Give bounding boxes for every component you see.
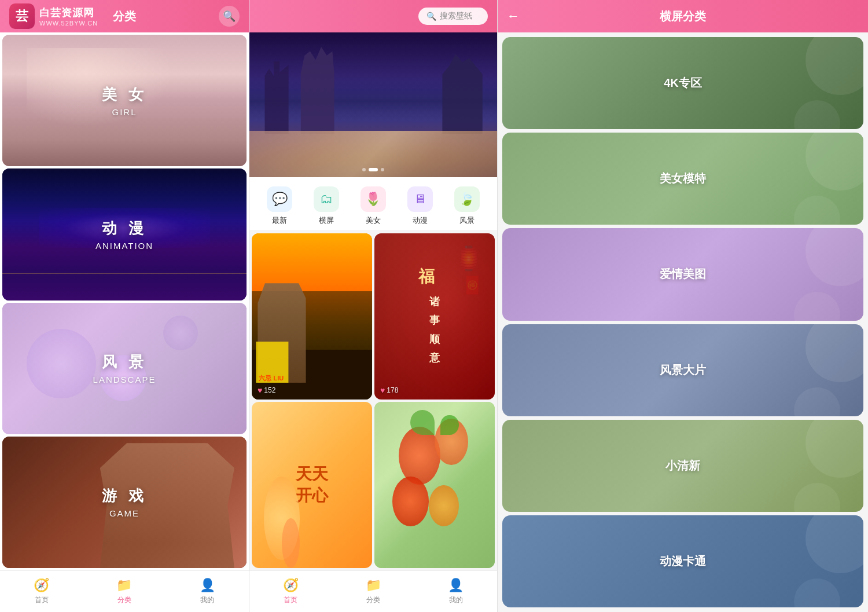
categories-tab-label: 分类: [113, 9, 136, 24]
tab-label-scenery: 风景: [459, 215, 475, 226]
cat-game-zh: 游 戏: [102, 486, 146, 506]
search-icon: 🔍: [223, 10, 236, 23]
ls-item-anime[interactable]: 动漫卡通: [502, 515, 863, 607]
logo-main-text: 白芸资源网: [39, 6, 98, 20]
ls-item-4k-label: 4K专区: [664, 75, 702, 91]
home-bottom-nav: 🧭 首页 📁 分类 👤 我的: [249, 570, 497, 612]
category-game[interactable]: 游 戏 GAME: [2, 437, 247, 568]
search-placeholder: 搜索壁纸: [440, 11, 472, 21]
nav-home-p2[interactable]: 🧭 首页: [249, 578, 332, 605]
nav-mine-p2[interactable]: 👤 我的: [414, 578, 497, 605]
tab-icon-scenery: 🍃: [454, 186, 480, 212]
landscape-top-bar: ← 横屏分类: [498, 0, 868, 32]
cat-animation-en: ANIMATION: [95, 241, 153, 251]
cny-wish-line1: 诸: [429, 292, 440, 311]
cny-wish-line4: 意: [429, 349, 440, 367]
tab-girl[interactable]: 🌷 美女: [350, 186, 397, 226]
search-bar[interactable]: 🔍 搜索壁纸: [418, 8, 488, 25]
nav-category-label-p2: 分类: [366, 595, 380, 605]
panel-landscape: ← 横屏分类 4K专区 美女模特 爱情美图 风景大片 小清新 动漫卡通: [498, 0, 868, 612]
category-landscape[interactable]: 风 景 LANDSCAPE: [2, 303, 247, 434]
back-button[interactable]: ←: [507, 9, 520, 24]
nav-home-p1[interactable]: 🧭 首页: [0, 578, 83, 605]
category-animation[interactable]: 动 漫 ANIMATION: [2, 168, 247, 300]
dot-1: [362, 168, 366, 171]
feed-like-street: ♥ 152: [258, 386, 275, 395]
tab-landscape[interactable]: 🗂 横屏: [303, 186, 350, 226]
dot-3: [381, 168, 384, 171]
category-grid: 美 女 GIRL 动 漫 ANIMATION: [0, 32, 249, 570]
feed-grid: 六忌 LIU ♥ 152 🏮 🧧 福 诸: [249, 231, 497, 570]
ls-item-fresh-label: 小清新: [665, 458, 700, 474]
cat-landscape-zh: 风 景: [93, 352, 156, 372]
nav-category-p2[interactable]: 📁 分类: [332, 578, 415, 605]
feed-item-cny[interactable]: 🏮 🧧 福 诸 事 顺 意 ♥: [374, 233, 495, 400]
landscape-panel-title: 横屏分类: [660, 9, 706, 24]
tab-anime[interactable]: 🖥 动漫: [396, 186, 443, 226]
cat-girl-en: GIRL: [102, 107, 146, 117]
user-icon-p2: 👤: [448, 578, 464, 593]
home-icon-p2: 🧭: [283, 578, 299, 593]
banner-area: [249, 32, 497, 177]
cny-wish-line2: 事: [429, 311, 440, 329]
category-girl[interactable]: 美 女 GIRL: [2, 35, 247, 166]
heart-icon-street: ♥: [258, 386, 262, 395]
nav-mine-p1[interactable]: 👤 我的: [166, 578, 249, 605]
search-button-categories[interactable]: 🔍: [219, 6, 240, 27]
feed-item-happy[interactable]: 天天开心: [252, 402, 372, 568]
nav-mine-label-p1: 我的: [200, 595, 214, 605]
logo-area: 芸 白芸资源网 WWW.52BYW.CN: [9, 3, 98, 29]
nav-mine-label-p2: 我的: [449, 595, 463, 605]
search-icon-home: 🔍: [426, 12, 436, 21]
heart-icon-cny: ♥: [380, 386, 385, 395]
tab-label-landscape: 横屏: [319, 215, 334, 226]
categories-bottom-nav: 🧭 首页 📁 分类 👤 我的: [0, 570, 249, 612]
banner-dots: [362, 168, 384, 171]
ls-item-anime-label: 动漫卡通: [660, 554, 706, 569]
ls-item-girl-label: 美女模特: [660, 171, 706, 186]
like-count-cny: 178: [387, 386, 398, 394]
home-top-bar: 🔍 搜索壁纸: [249, 0, 497, 32]
panel-home: 🔍 搜索壁纸 💬 最新 🗂 横屏: [249, 0, 498, 612]
ls-item-landscape-label: 风景大片: [660, 362, 706, 378]
cat-animation-zh: 动 漫: [95, 218, 153, 239]
nav-home-label-p2: 首页: [284, 595, 297, 605]
category-icon-p1: 📁: [116, 578, 132, 593]
category-tabs: 💬 最新 🗂 横屏 🌷 美女 🖥 动漫 🍃 风景: [249, 177, 497, 231]
tab-icon-girl: 🌷: [361, 186, 386, 212]
cat-game-en: GAME: [102, 508, 146, 518]
ls-item-fresh[interactable]: 小清新: [502, 420, 863, 512]
tab-scenery[interactable]: 🍃 风景: [443, 186, 490, 226]
cat-landscape-en: LANDSCAPE: [93, 375, 156, 384]
category-icon-p2: 📁: [366, 578, 381, 593]
ls-item-landscape-big[interactable]: 风景大片: [502, 324, 863, 416]
like-count-street: 152: [264, 386, 275, 394]
nav-home-label-p1: 首页: [35, 595, 49, 605]
ls-item-girl-model[interactable]: 美女模特: [502, 133, 863, 225]
ls-item-love-label: 爱情美图: [660, 266, 706, 282]
tab-label-girl: 美女: [366, 215, 381, 226]
nav-category-label-p1: 分类: [117, 595, 131, 605]
tab-label-anime: 动漫: [413, 215, 428, 226]
logo-sub-text: WWW.52BYW.CN: [39, 20, 98, 27]
feed-item-street[interactable]: 六忌 LIU ♥ 152: [252, 233, 372, 400]
tab-label-latest: 最新: [272, 215, 287, 226]
tab-icon-landscape: 🗂: [314, 186, 339, 212]
home-icon-p1: 🧭: [34, 578, 49, 593]
tab-icon-latest: 💬: [267, 186, 292, 212]
cny-wish-line3: 顺: [429, 330, 440, 349]
nav-category-p1[interactable]: 📁 分类: [83, 578, 165, 605]
cat-girl-zh: 美 女: [102, 85, 146, 105]
ls-item-4k[interactable]: 4K专区: [502, 37, 863, 129]
feed-item-fruits[interactable]: [374, 402, 495, 568]
ls-item-love[interactable]: 爱情美图: [502, 228, 863, 320]
logo-icon: 芸: [9, 3, 35, 29]
tab-icon-anime: 🖥: [407, 186, 433, 212]
categories-top-bar: 芸 白芸资源网 WWW.52BYW.CN 分类 🔍: [0, 0, 249, 32]
user-icon-p1: 👤: [200, 578, 215, 593]
panel-categories: 芸 白芸资源网 WWW.52BYW.CN 分类 🔍 美 女 GIRL: [0, 0, 249, 612]
dot-2: [369, 168, 378, 171]
feed-like-cny: ♥ 178: [380, 386, 398, 395]
landscape-list: 4K专区 美女模特 爱情美图 风景大片 小清新 动漫卡通: [498, 32, 868, 612]
tab-latest[interactable]: 💬 最新: [256, 186, 303, 226]
